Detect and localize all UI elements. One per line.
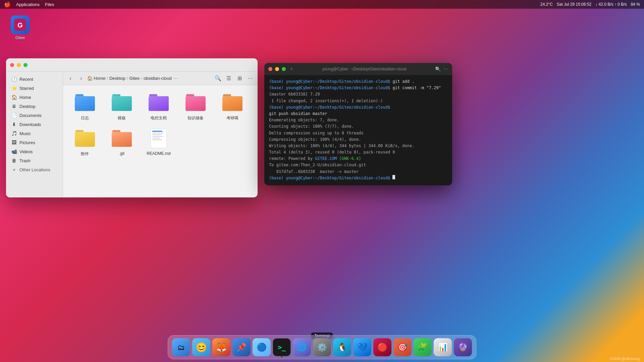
terminal-close-button[interactable] [268, 67, 272, 71]
terminal-line-1: (base) young@Cyber:~/Desktop/Gitee/obsid… [269, 78, 447, 85]
file-item-zhishi[interactable]: 知识储备 [180, 92, 211, 121]
dock-item-terminal[interactable]: >_ [273, 338, 291, 356]
file-item-diankong[interactable]: 电控文档 [144, 92, 174, 121]
terminal-icon: >_ [278, 343, 286, 351]
prompt-2: (base) young@Cyber:~/Desktop/Gitee/obsid… [269, 85, 392, 91]
dock-item-finder[interactable]: 😊 [192, 338, 210, 356]
dock-item-qq[interactable]: 🐧 [333, 338, 351, 356]
terminal-search-icon[interactable]: 🔍 [435, 66, 441, 72]
datetime: Sat Jul 29 15:06:52 [557, 2, 591, 7]
starred-icon: ⭐ [11, 85, 17, 91]
terminal-line-4: 1 file changed, 2 insertions(+), 1 delet… [269, 98, 447, 104]
file-item-git[interactable]: .git [107, 128, 137, 157]
output-7: Counting objects: 100% (7/7), done. [269, 123, 354, 130]
qq-icon: 🐧 [337, 343, 347, 352]
sidebar-item-other-locations[interactable]: + Other Locations [7, 165, 61, 174]
folder-icon-zhishi [185, 92, 206, 113]
terminal-minimize-button[interactable] [275, 67, 279, 71]
terminal-line-12: remote: Powered by GITEE.COM [GNK-6.4] [269, 156, 447, 162]
dock: 🗂 😊 🦊 📌 🔵 >_ 🌐 ⚙️ 🐧 [168, 335, 476, 359]
gitee-label: Gitee [15, 36, 25, 40]
file-item-kaoyan[interactable]: 考研噶 [217, 92, 248, 121]
extensions-icon: 🧩 [418, 343, 428, 352]
dock-item-bookmarks[interactable]: 📌 [232, 338, 251, 356]
breadcrumb-desktop[interactable]: Desktop [109, 76, 125, 81]
terminal-maximize-button[interactable] [282, 67, 286, 71]
pictures-label: Pictures [19, 140, 35, 145]
file-toolbar: ‹ › 🏠 Home / Desktop / Gitee / obsidian-… [63, 72, 258, 85]
output-3: [master 6b03338] 7.29 [269, 91, 320, 98]
search-button[interactable]: 🔍 [213, 74, 223, 83]
overflow-menu-icon[interactable]: ⋯ [173, 75, 178, 81]
file-content: ‹ › 🏠 Home / Desktop / Gitee / obsidian-… [63, 72, 258, 197]
terminal-new-tab-button[interactable]: + [290, 66, 293, 73]
output-remote: remote: Powered by [269, 156, 315, 162]
sidebar-item-starred[interactable]: ⭐ Starred [7, 84, 61, 93]
sidebar-item-music[interactable]: 🎵 Music [7, 129, 61, 138]
recent-label: Recent [19, 77, 33, 82]
breadcrumb: 🏠 Home / Desktop / Gitee / obsidian-clou… [87, 75, 212, 81]
dock-item-extensions[interactable]: 🧩 [414, 338, 432, 356]
downloads-icon: ⬇ [11, 122, 17, 127]
breadcrumb-gitee[interactable]: Gitee [129, 76, 140, 81]
file-label-readme: README.md [147, 151, 170, 156]
dock-item-sysprefs[interactable]: ⚙️ [313, 338, 331, 356]
terminal-line-11: Total 4 (delta 3), reused 0 (delta 0), p… [269, 149, 447, 156]
view-toggle-button[interactable]: ⊞ [235, 74, 244, 83]
back-button[interactable]: ‹ [66, 74, 75, 83]
file-label-diankong: 电控文档 [151, 115, 167, 121]
output-10: Writing objects: 100% (4/4), 344 bytes |… [269, 143, 414, 149]
sidebar-item-trash[interactable]: 🗑 Trash [7, 156, 61, 165]
pictures-icon: 🖼 [11, 140, 17, 145]
jetbrains-icon: 🔴 [377, 343, 387, 352]
applications-menu[interactable]: Applications [16, 2, 40, 7]
terminal-window: + young@Cyber: ~/Desktop/Gitee/obsidian-… [264, 63, 452, 185]
sidebar-item-downloads[interactable]: ⬇ Downloads [7, 120, 61, 129]
dock-item-orion[interactable]: 🌐 [293, 338, 311, 356]
terminal-body[interactable]: (base) young@Cyber:~/Desktop/Gitee/obsid… [264, 75, 452, 185]
cmd-5: git push obsidian master [269, 111, 327, 117]
dock-item-jetbrains[interactable]: 🔴 [373, 338, 391, 356]
dock-item-firefox[interactable]: 🦊 [212, 338, 230, 356]
file-item-muban[interactable]: 模板 [107, 92, 137, 121]
sidebar-item-videos[interactable]: 📹 Videos [7, 147, 61, 156]
dock-item-istatmenus[interactable]: 📊 [434, 338, 452, 356]
sidebar-item-documents[interactable]: 📄 Documents [7, 111, 61, 120]
minimize-button[interactable] [17, 63, 21, 67]
dock-item-imageviewer[interactable]: 🗂 [172, 338, 190, 356]
output-gitee: GITEE.COM [315, 156, 337, 162]
more-button[interactable]: ⋯ [246, 74, 255, 83]
prompt-5: (base) young@Cyber:~/Desktop/Gitee/obsid… [269, 104, 392, 111]
sidebar-item-home[interactable]: 🏠 Home [7, 93, 61, 102]
desktop-icon-gitee[interactable]: G Gitee [7, 15, 34, 40]
sidebar-item-recent[interactable]: 🕐 Recent [7, 75, 61, 83]
folder-icon-diankong [148, 92, 169, 113]
view-menu-button[interactable]: ☰ [224, 74, 233, 83]
prompt-15: (base) young@Cyber:~/Desktop/Gitee/obsid… [269, 175, 392, 181]
apple-menu[interactable]: 🍎 [4, 1, 11, 8]
cmd-2: git commit -m "7.29" [392, 85, 441, 91]
file-label-rizhi: 日志 [81, 115, 89, 121]
other-locations-label: Other Locations [19, 167, 50, 172]
dock-item-vscode[interactable]: 💙 [353, 338, 371, 356]
close-button[interactable] [10, 63, 14, 67]
file-item-fujian[interactable]: 附件 [70, 128, 100, 157]
sidebar-item-pictures[interactable]: 🖼 Pictures [7, 138, 61, 147]
files-menu[interactable]: Files [45, 2, 54, 7]
forward-button[interactable]: › [76, 74, 86, 83]
cursor [392, 175, 395, 179]
menubar-left: 🍎 Applications Files [4, 1, 54, 8]
sidebar-item-desktop[interactable]: 🖥 Desktop [7, 102, 61, 111]
file-item-rizhi[interactable]: 日志 [70, 92, 100, 121]
dock-item-notchmeister[interactable]: 🔮 [454, 338, 472, 356]
trash-label: Trash [19, 158, 31, 163]
maximize-button[interactable] [23, 63, 28, 67]
output-gnk: [GNK-6.4] [339, 156, 361, 162]
dock-item-screenium[interactable]: 🔵 [253, 338, 271, 356]
terminal-more-icon[interactable]: ⋯ [443, 66, 448, 72]
file-item-readme[interactable]: README.md [144, 128, 174, 157]
videos-icon: 📹 [11, 149, 17, 154]
documents-label: Documents [19, 113, 42, 118]
dock-item-cocoapods[interactable]: 🎯 [393, 338, 412, 356]
breadcrumb-home[interactable]: 🏠 Home [87, 76, 105, 81]
